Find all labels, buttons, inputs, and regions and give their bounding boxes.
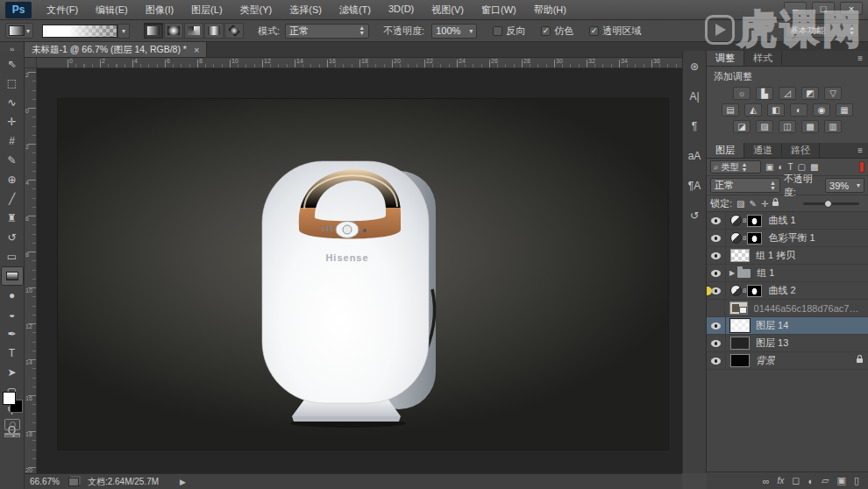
- ruler-origin-corner[interactable]: [25, 58, 37, 68]
- angle-gradient-button[interactable]: [184, 23, 203, 39]
- layer-name[interactable]: 图层 14: [756, 319, 788, 332]
- layer-mask-thumbnail[interactable]: [747, 232, 762, 244]
- layer-row-smart-object[interactable]: 01446a56c188d76ac725…: [707, 300, 868, 317]
- filter-pixel-icon[interactable]: ▣: [765, 162, 773, 172]
- menu-item[interactable]: 滤镜(T): [331, 1, 379, 19]
- reverse-checkbox[interactable]: [493, 26, 502, 36]
- layer-thumbnail[interactable]: [730, 354, 750, 367]
- dither-checkbox[interactable]: ✓: [541, 26, 551, 36]
- black-white-icon[interactable]: ◧: [767, 103, 785, 117]
- quick-selection-tool[interactable]: ✛: [1, 112, 24, 131]
- menu-item[interactable]: 视图(V): [423, 1, 472, 19]
- gradient-map-icon[interactable]: ▩: [801, 120, 819, 133]
- opacity-slider-thumb[interactable]: [824, 200, 832, 208]
- tab-paths[interactable]: 路径: [782, 143, 820, 158]
- layer-row-layer-13[interactable]: 图层 13: [707, 335, 868, 352]
- menu-item[interactable]: 帮助(H): [526, 1, 574, 19]
- workspace-switcher[interactable]: 基本功能 ▲▼: [786, 23, 859, 38]
- menu-item[interactable]: 3D(D): [381, 1, 422, 19]
- move-tool[interactable]: ⇖: [1, 54, 24, 74]
- dodge-tool[interactable]: ◒: [1, 305, 24, 324]
- crop-tool[interactable]: #: [1, 131, 24, 151]
- tab-adjustments[interactable]: 调整: [707, 51, 744, 66]
- blend-mode-select[interactable]: 正常 ▲▼: [285, 24, 369, 39]
- marquee-tool[interactable]: ⬚: [1, 74, 24, 93]
- levels-icon[interactable]: ▙: [756, 87, 773, 100]
- reflected-gradient-button[interactable]: [204, 23, 224, 39]
- layer-name[interactable]: 曲线 2: [768, 284, 795, 297]
- lasso-tool[interactable]: ∿: [1, 93, 24, 112]
- curves-icon[interactable]: ◿: [779, 87, 796, 100]
- filter-adjustment-icon[interactable]: ◐: [778, 162, 783, 172]
- document-tab[interactable]: 未标题-1 @ 66.7% (图层 14, RGB/8) * ×: [25, 42, 207, 57]
- filter-on-toggle[interactable]: [859, 161, 864, 173]
- photo-filter-icon[interactable]: ◐: [790, 103, 808, 117]
- lock-position-icon[interactable]: ✛: [761, 199, 768, 209]
- channel-mixer-icon[interactable]: ◉: [813, 103, 830, 117]
- layer-row-group-1[interactable]: ▶ 组 1: [707, 265, 868, 282]
- visibility-toggle[interactable]: [707, 247, 726, 264]
- character-panel-icon[interactable]: A|: [684, 88, 705, 105]
- new-adjustment-icon[interactable]: ◐: [808, 476, 814, 486]
- character-styles-panel-icon[interactable]: aA: [684, 147, 705, 165]
- new-layer-icon[interactable]: ▣: [837, 475, 846, 486]
- layer-name[interactable]: 色彩平衡 1: [768, 231, 815, 244]
- tab-styles[interactable]: 样式: [744, 51, 782, 66]
- panel-menu-icon[interactable]: ≡: [852, 51, 868, 66]
- tab-layers[interactable]: 图层: [707, 143, 744, 158]
- eraser-tool[interactable]: ▭: [1, 247, 24, 266]
- tool-preset-picker[interactable]: ▾: [5, 23, 33, 39]
- paragraph-panel-icon[interactable]: ¶: [684, 117, 705, 135]
- linear-gradient-button[interactable]: [144, 23, 163, 39]
- visibility-toggle[interactable]: [707, 300, 725, 316]
- menu-item[interactable]: 图层(L): [183, 1, 230, 19]
- smart-object-thumbnail[interactable]: [729, 301, 748, 315]
- color-lookup-icon[interactable]: ▦: [836, 103, 853, 117]
- menu-item[interactable]: 图像(I): [138, 1, 181, 19]
- layer-name[interactable]: 组 1 拷贝: [756, 249, 795, 262]
- visibility-toggle[interactable]: [707, 230, 726, 246]
- close-button[interactable]: ×: [840, 2, 863, 15]
- opacity-input[interactable]: 100% ▾: [431, 24, 477, 39]
- panel-menu-icon[interactable]: ≡: [852, 143, 868, 158]
- menu-item[interactable]: 选择(S): [281, 1, 330, 19]
- horizontal-ruler[interactable]: 024681012141618202224262830323436: [37, 58, 682, 68]
- close-tab-icon[interactable]: ×: [194, 45, 199, 55]
- layer-row-curves-2[interactable]: 8 曲线 2: [707, 282, 868, 300]
- color-balance-icon[interactable]: ◭: [744, 103, 762, 117]
- filter-type-icon[interactable]: T: [788, 162, 793, 172]
- layer-mask-thumbnail[interactable]: [747, 285, 762, 297]
- gradient-tool[interactable]: ▆: [1, 266, 24, 286]
- layer-row-layer-14[interactable]: 图层 14: [707, 317, 868, 335]
- new-group-icon[interactable]: ▱: [822, 475, 829, 486]
- status-flyout-icon[interactable]: ▶: [180, 478, 186, 486]
- document-canvas[interactable]: Hisense: [58, 99, 668, 450]
- history-brush-tool[interactable]: ↺: [1, 228, 24, 247]
- canvas-pasteboard[interactable]: Hisense: [37, 68, 682, 473]
- menu-item[interactable]: 编辑(E): [88, 1, 136, 19]
- layer-name[interactable]: 背景: [756, 354, 775, 367]
- path-selection-tool[interactable]: ➤: [1, 363, 24, 382]
- gradient-preview[interactable]: [42, 25, 117, 38]
- exposure-icon[interactable]: ◩: [801, 87, 819, 100]
- lock-paint-icon[interactable]: ✎: [750, 199, 757, 209]
- layer-opacity-input[interactable]: 39% ▾: [825, 178, 864, 193]
- threshold-icon[interactable]: ◫: [779, 120, 796, 133]
- layer-thumbnail[interactable]: [730, 249, 750, 262]
- vertical-ruler[interactable]: 202468101214161820: [25, 68, 37, 473]
- layer-name[interactable]: 图层 13: [756, 337, 788, 350]
- type-tool[interactable]: T: [1, 344, 24, 363]
- layer-mask-thumbnail[interactable]: [747, 215, 762, 227]
- eyedropper-tool[interactable]: ✎: [1, 151, 24, 170]
- group-expand-icon[interactable]: ▶: [729, 269, 735, 277]
- visibility-toggle[interactable]: [707, 317, 726, 334]
- layer-thumbnail[interactable]: [730, 319, 750, 332]
- visibility-toggle[interactable]: [707, 352, 726, 369]
- layer-blend-mode-select[interactable]: 正常 ▲▼: [710, 178, 780, 193]
- brightness-contrast-icon[interactable]: ☼: [733, 87, 751, 100]
- filter-shape-icon[interactable]: ▢: [798, 162, 806, 172]
- layer-row-color-balance-1[interactable]: 8 色彩平衡 1: [707, 230, 868, 247]
- lock-transparency-icon[interactable]: ▨: [736, 199, 744, 209]
- visibility-toggle[interactable]: [707, 265, 726, 281]
- menu-item[interactable]: 文件(F): [39, 1, 86, 19]
